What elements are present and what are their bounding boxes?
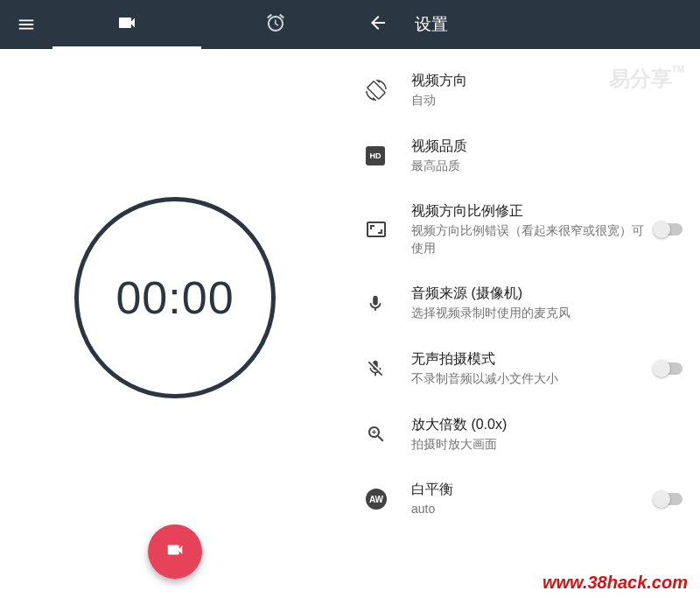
toggle-white-balance[interactable]: [654, 490, 686, 508]
tab-alarm[interactable]: [201, 0, 350, 49]
setting-title: 视频方向比例修正: [411, 202, 646, 221]
timer-display: 00:00: [116, 271, 234, 324]
video-camera-icon: [116, 12, 137, 37]
setting-title: 放大倍数 (0.0x): [411, 416, 686, 434]
settings-title: 设置: [415, 13, 448, 36]
microphone-off-icon: [366, 359, 411, 378]
video-camera-icon: [165, 540, 185, 563]
setting-audio-source[interactable]: 音频来源 (摄像机) 选择视频录制时使用的麦克风: [350, 271, 700, 336]
aspect-ratio-icon: [366, 219, 411, 240]
setting-title: 无声拍摄模式: [411, 350, 646, 369]
menu-button[interactable]: [0, 15, 52, 34]
arrow-back-icon: [368, 12, 388, 37]
right-header: 设置: [350, 0, 700, 49]
toggle-mute[interactable]: [654, 360, 686, 377]
setting-aspect-ratio-fix[interactable]: 视频方向比例修正 视频方向比例错误（看起来很窄或很宽）可使用: [350, 188, 700, 271]
zoom-in-icon: [366, 424, 411, 445]
timer-circle: 00:00: [74, 197, 276, 398]
left-header: [0, 0, 350, 49]
microphone-icon: [366, 294, 411, 313]
settings-list[interactable]: 视频方向 自动 HD 视频品质 最高品质 视频方向比例修正 视频方向比例错误（看…: [350, 49, 700, 598]
timer-area: 00:00: [0, 49, 350, 598]
setting-video-quality[interactable]: HD 视频品质 最高品质: [350, 123, 700, 189]
rotate-icon: [366, 80, 411, 101]
setting-subtitle: 不录制音频以减小文件大小: [411, 370, 646, 388]
hd-icon: HD: [366, 146, 411, 165]
setting-title: 视频品质: [411, 137, 686, 156]
setting-zoom[interactable]: 放大倍数 (0.0x) 拍摄时放大画面: [350, 402, 700, 468]
setting-subtitle: 最高品质: [411, 158, 686, 175]
setting-title: 白平衡: [411, 481, 646, 499]
auto-wb-icon: AW: [366, 489, 411, 510]
setting-title: 音频来源 (摄像机): [411, 285, 686, 303]
setting-mute-mode[interactable]: 无声拍摄模式 不录制音频以减小文件大小: [350, 336, 700, 402]
tab-video[interactable]: [52, 0, 201, 49]
setting-subtitle: 拍摄时放大画面: [411, 436, 686, 454]
setting-white-balance[interactable]: AW 白平衡 auto: [350, 467, 700, 532]
alarm-clock-icon: [265, 12, 286, 37]
record-button[interactable]: [148, 524, 202, 579]
setting-video-orientation[interactable]: 视频方向 自动: [350, 58, 700, 123]
setting-title: 视频方向: [411, 72, 686, 90]
setting-subtitle: 视频方向比例错误（看起来很窄或很宽）可使用: [411, 222, 646, 257]
setting-subtitle: auto: [411, 501, 646, 518]
setting-subtitle: 自动: [411, 92, 686, 109]
back-button[interactable]: [357, 4, 399, 46]
toggle-aspect-ratio[interactable]: [654, 221, 686, 238]
setting-subtitle: 选择视频录制时使用的麦克风: [411, 305, 686, 322]
